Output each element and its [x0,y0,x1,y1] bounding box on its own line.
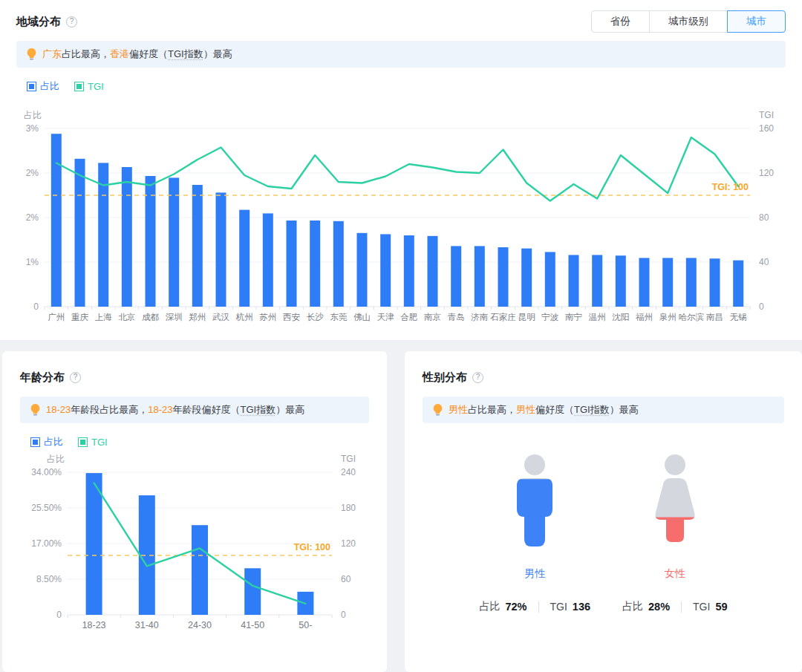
y-axis-tick-left: 1% [26,257,39,267]
bar[interactable] [616,255,626,307]
bar[interactable] [357,233,368,307]
ref-line-label: TGI: 100 [294,542,330,552]
bar[interactable] [404,235,414,307]
x-axis-label: 北京 [118,313,135,322]
y-axis-tick-right: 0 [341,610,346,620]
bar[interactable] [86,473,102,615]
x-axis-label: 温州 [588,313,606,322]
y-axis-tick-left: 0 [33,301,39,312]
x-axis-label: 成都 [142,313,160,322]
tab-city[interactable]: 城市 [727,10,786,33]
x-axis-label: 苏州 [259,313,276,322]
x-axis-label: 福州 [636,313,653,322]
bar[interactable] [451,246,461,307]
bar[interactable] [310,221,320,307]
bar[interactable] [263,213,273,307]
bar[interactable] [192,185,203,307]
age-section-title: 年龄分布 [20,371,65,385]
y-axis-tick-right: 120 [341,538,356,549]
bar[interactable] [51,134,62,307]
bar[interactable] [662,258,673,307]
bar[interactable] [545,252,555,307]
bar[interactable] [192,525,208,615]
x-axis-label: 24-30 [188,620,212,630]
bar[interactable] [216,192,226,307]
help-icon[interactable]: ? [66,16,77,27]
bar[interactable] [169,177,179,307]
bar[interactable] [521,249,532,307]
bottom-row: 年龄分布 ? 18-23年龄段占比最高，18-23年龄段偏好度（TGI指数）最高… [0,351,802,672]
bar[interactable] [710,258,720,307]
age-insight-banner: 18-23年龄段占比最高，18-23年龄段偏好度（TGI指数）最高 [20,397,369,423]
x-axis-label: 泉州 [659,313,677,322]
bar[interactable] [686,258,697,307]
female-stats: 占比 28% TGI 59 [622,600,728,613]
age-combo-chart: 34.00%24025.50%18017.00%1208.50%6000占比TG… [20,453,369,645]
legend-item-tgi[interactable]: TGI [74,81,104,92]
tgi-label: TGI [550,601,567,613]
bar[interactable] [122,167,132,307]
bar[interactable] [244,568,261,615]
x-axis-label: 昆明 [518,313,535,322]
legend-item-tgi[interactable]: TGI [78,437,108,448]
insight-segment: 偏好度（ [129,48,168,59]
bar[interactable] [569,255,579,307]
x-axis-label: 深圳 [166,313,183,322]
gender-insight-banner: 男性占比最高，男性偏好度（TGI指数）最高 [423,397,784,423]
x-axis-label: 41-50 [241,620,264,630]
help-icon[interactable]: ? [70,372,81,383]
male-stats: 占比 72% TGI 136 [479,600,590,613]
bar[interactable] [75,159,85,307]
age-card-header: 年龄分布 ? [20,366,369,388]
bar[interactable] [287,221,297,307]
divider [538,601,539,613]
bar[interactable] [333,221,344,307]
x-axis-label: 东莞 [330,313,348,322]
bar[interactable] [428,236,438,307]
help-icon[interactable]: ? [472,372,483,383]
y-axis-tick-right: 180 [341,503,356,513]
legend-marker-ratio-icon [27,82,36,91]
bar[interactable] [380,234,391,307]
x-axis-label: 济南 [471,313,488,322]
insight-segment: 香港 [110,48,129,59]
male-tgi-value: 136 [573,601,590,613]
bar[interactable] [733,261,743,307]
ref-line-label: TGI: 100 [712,182,749,192]
insight-segment: ）最高 [610,404,639,415]
legend-item-ratio[interactable]: 占比 [30,435,63,448]
ratio-label: 占比 [622,600,643,613]
y-axis-tick-left: 25.50% [31,503,62,513]
tab-province[interactable]: 省份 [591,10,650,33]
male-fill [517,478,552,547]
y-axis-tick-right: 160 [759,123,774,134]
y-axis-tick-right: 0 [759,301,764,312]
bar[interactable] [498,247,509,307]
x-axis-label: 31-40 [135,620,159,630]
insight-segment: ）最高 [203,48,232,59]
y-axis-title-left: 占比 [47,454,65,464]
x-axis-label: 哈尔滨 [679,313,705,322]
legend-marker-ratio-icon [30,437,40,447]
y-axis-tick-left: 3% [26,123,39,134]
tgi-label: TGI [693,601,710,613]
bar[interactable] [592,255,602,307]
age-insight-text: 18-23年龄段占比最高，18-23年龄段偏好度（TGI指数）最高 [46,403,304,417]
x-axis-label: 上海 [95,313,113,322]
y-axis-tick-right: 60 [341,574,351,584]
x-axis-label: 佛山 [353,313,371,322]
age-distribution-card: 年龄分布 ? 18-23年龄段占比最高，18-23年龄段偏好度（TGI指数）最高… [2,351,387,672]
bar[interactable] [639,258,650,307]
insight-segment: 年龄段偏好度（ [173,404,241,415]
legend-item-ratio[interactable]: 占比 [27,79,59,93]
legend-marker-tgi-icon [78,437,88,447]
insight-segment: 男性 [449,404,468,415]
age-chart-legend: 占比 TGI [30,435,369,448]
region-combo-chart: 3%1602%1202%801%4000占比TGI广州重庆上海北京成都深圳郑州武… [16,97,786,330]
tab-city-level[interactable]: 城市级别 [649,10,728,33]
bar[interactable] [475,246,485,307]
bar[interactable] [239,210,250,307]
female-tgi-value: 59 [715,601,727,613]
tgi-line [56,137,738,201]
gender-insight-text: 男性占比最高，男性偏好度（TGI指数）最高 [449,403,639,417]
